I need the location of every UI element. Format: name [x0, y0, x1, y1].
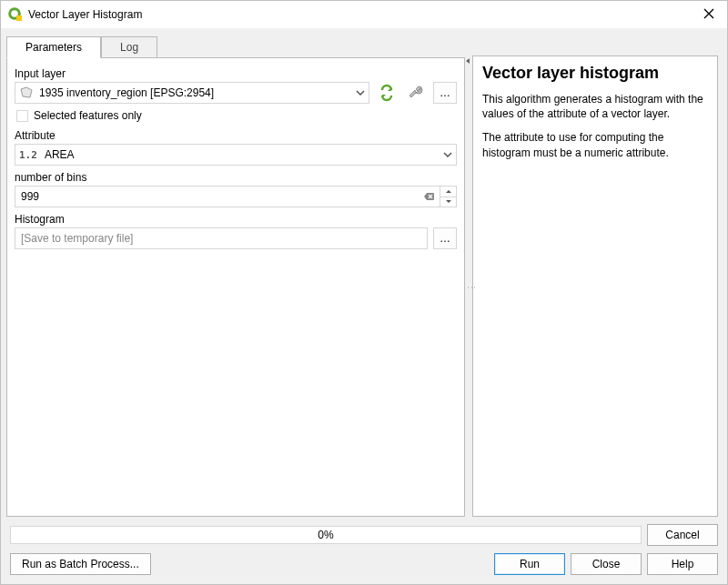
bins-spin-buttons — [440, 187, 456, 207]
help-title: Vector layer histogram — [482, 64, 708, 83]
selected-features-row: Selected features only — [16, 109, 457, 122]
chevron-down-icon — [443, 152, 452, 157]
attribute-value: AREA — [45, 148, 75, 161]
button-row: Run as Batch Process... Run Close Help — [5, 548, 723, 580]
label-input-layer: Input layer — [15, 67, 457, 80]
titlebar: Vector Layer Histogram — [1, 1, 727, 28]
parameters-panel: Input layer 1935 inventory_region [EPSG:… — [6, 57, 465, 517]
help-panel: ⋮ Vector layer histogram This algorithm … — [472, 55, 718, 517]
attribute-combo[interactable]: 1.2 AREA — [15, 144, 457, 166]
help-paragraph-2: The attribute to use for computing the h… — [482, 130, 708, 159]
splitter-handle[interactable]: ⋮ — [467, 282, 477, 290]
iterate-button[interactable] — [375, 82, 399, 104]
collapse-handle[interactable] — [464, 56, 471, 66]
histogram-row: … — [15, 227, 457, 249]
triangle-up-icon — [445, 189, 452, 194]
dialog-window: Vector Layer Histogram Parameters Log In… — [0, 0, 728, 585]
attribute-row: 1.2 AREA — [15, 144, 457, 166]
cancel-button[interactable]: Cancel — [647, 524, 718, 546]
bins-spinbox — [15, 186, 457, 207]
label-histogram: Histogram — [15, 213, 457, 226]
tab-bar: Parameters Log — [5, 32, 467, 57]
histogram-output-input[interactable] — [15, 227, 428, 249]
help-button[interactable]: Help — [647, 553, 718, 575]
browse-output-button[interactable]: … — [433, 227, 457, 249]
progress-text: 0% — [318, 529, 333, 541]
dialog-body: Parameters Log Input layer 19 — [1, 28, 727, 584]
ellipsis-icon: … — [440, 232, 450, 245]
svg-rect-1 — [16, 15, 22, 21]
run-button[interactable]: Run — [494, 553, 565, 575]
close-button[interactable]: Close — [571, 553, 642, 575]
ellipsis-icon: … — [440, 86, 450, 99]
label-attribute: Attribute — [15, 129, 457, 142]
iterate-icon — [378, 84, 396, 102]
help-pane: ⋮ Vector layer histogram This algorithm … — [469, 32, 723, 519]
triangle-down-icon — [445, 199, 452, 204]
bins-input[interactable] — [15, 187, 420, 207]
close-icon — [703, 8, 714, 19]
bins-row — [15, 186, 457, 207]
selected-features-checkbox[interactable] — [16, 110, 28, 122]
parameters-pane: Parameters Log Input layer 19 — [5, 32, 467, 519]
bins-step-up[interactable] — [440, 187, 456, 197]
chevron-down-icon — [356, 90, 365, 96]
clear-icon — [424, 191, 435, 202]
help-paragraph-1: This algorithm generates a histogram wit… — [482, 92, 708, 121]
progress-bar: 0% — [10, 526, 642, 544]
window-close-button[interactable] — [698, 4, 720, 25]
tab-log[interactable]: Log — [101, 36, 157, 58]
polygon-layer-icon — [19, 86, 34, 99]
bins-step-down[interactable] — [440, 197, 456, 207]
selected-features-label: Selected features only — [34, 109, 142, 122]
upper-area: Parameters Log Input layer 19 — [5, 32, 723, 519]
numeric-field-icon: 1.2 — [19, 149, 37, 161]
run-batch-button[interactable]: Run as Batch Process... — [10, 553, 151, 575]
input-layer-value: 1935 inventory_region [EPSG:2954] — [39, 86, 214, 99]
tab-parameters[interactable]: Parameters — [6, 36, 101, 58]
browse-input-button[interactable]: … — [433, 82, 457, 104]
input-layer-combo[interactable]: 1935 inventory_region [EPSG:2954] — [15, 82, 369, 104]
window-title: Vector Layer Histogram — [28, 8, 693, 21]
qgis-logo-icon — [8, 7, 23, 22]
label-bins: number of bins — [15, 171, 457, 184]
input-layer-row: 1935 inventory_region [EPSG:2954] — [15, 82, 457, 104]
wrench-icon — [407, 84, 425, 102]
bins-clear-button[interactable] — [420, 187, 440, 207]
advanced-options-button[interactable] — [404, 82, 428, 104]
triangle-left-icon — [464, 57, 471, 65]
progress-row: 0% Cancel — [5, 519, 723, 548]
